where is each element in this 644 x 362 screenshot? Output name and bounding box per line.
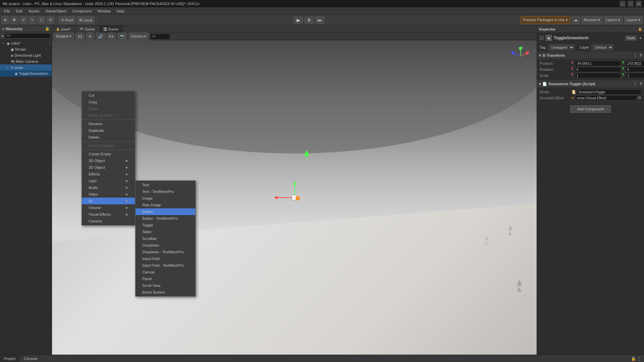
minimize-button[interactable]: —: [620, 1, 625, 6]
ui-scrollbar[interactable]: Scrollbar: [136, 235, 195, 242]
menu-gameobject[interactable]: GameObject: [43, 8, 69, 14]
tab-game[interactable]: 🎮 Game: [75, 25, 99, 33]
hierarchy-item-togglesnowstorm[interactable]: ◉ ToggleSnowstorm: [0, 70, 52, 76]
2d-toggle[interactable]: 2D: [75, 33, 85, 41]
account-button[interactable]: Account ▾: [581, 16, 602, 24]
script-component-header[interactable]: ▾ 📄 Snowstorm Toggle (Script) ⋮ ?: [537, 80, 644, 88]
ui-button-tmp[interactable]: Button - TextMeshPro: [136, 215, 195, 222]
pivot-button[interactable]: ⊙ Pivot: [59, 16, 76, 24]
ui-panel[interactable]: Panel: [136, 275, 195, 282]
layout-button[interactable]: Layout ▾: [624, 16, 643, 24]
gizmos-button[interactable]: Gizmos ▾: [129, 33, 149, 41]
hierarchy-item-main-camera[interactable]: 📷 Main Camera: [0, 58, 52, 64]
ctx-audio[interactable]: Audio ▶: [82, 184, 135, 191]
ctx-create-empty[interactable]: Create Empty: [82, 151, 135, 157]
menu-file[interactable]: File: [1, 8, 13, 14]
object-active-checkbox[interactable]: ✓: [540, 36, 544, 40]
transform-tool-0[interactable]: ⊕: [1, 16, 9, 24]
audio-toggle[interactable]: 🔊: [96, 33, 105, 41]
menu-assets[interactable]: Assets: [26, 8, 42, 14]
ctx-visual-effects[interactable]: Visual Effects ▶: [82, 211, 135, 218]
collab-button[interactable]: ☁: [572, 16, 580, 24]
ctx-delete[interactable]: Delete: [82, 134, 135, 141]
script-value-input[interactable]: [577, 89, 641, 95]
step-button[interactable]: ⏭: [315, 16, 325, 24]
ctx-duplicate[interactable]: Duplicate: [82, 127, 135, 134]
menu-component[interactable]: Component: [69, 8, 94, 14]
ctx-cut[interactable]: Cut: [82, 92, 135, 99]
layer-dropdown[interactable]: Default: [592, 44, 613, 50]
layers-button[interactable]: Layers ▾: [604, 16, 623, 24]
ctx-light[interactable]: Light ▶: [82, 177, 135, 184]
hierarchy-lock-icon[interactable]: 🔓: [45, 27, 50, 31]
close-button[interactable]: ✕: [636, 1, 641, 6]
menu-help[interactable]: Help: [114, 8, 127, 14]
transform-tool-1[interactable]: ✥: [10, 16, 18, 24]
hierarchy-item-menu-icon[interactable]: ⋮: [48, 41, 52, 46]
hierarchy-item-cviko[interactable]: ▾ ◉ cviko* ⋮: [0, 40, 52, 46]
preview-packages-button[interactable]: Preview Packages in Use ▾: [521, 16, 570, 24]
hierarchy-add-icon[interactable]: +: [1, 33, 4, 39]
ctx-copy[interactable]: Copy: [82, 99, 135, 105]
scene-camera-settings[interactable]: 📷: [117, 33, 127, 41]
bottom-lock-icon[interactable]: 🔓: [631, 356, 636, 361]
ctx-video[interactable]: Video ▶: [82, 191, 135, 198]
hierarchy-item-snow[interactable]: ▾ ✦ snow: [0, 64, 52, 70]
fx-toggle[interactable]: FX: [107, 33, 116, 41]
ctx-2d-object[interactable]: 2D Object ▶: [82, 164, 135, 171]
transform-tool-3[interactable]: ⤡: [29, 16, 36, 24]
ctx-ui[interactable]: UI ▶: [82, 198, 135, 204]
tab-scene[interactable]: 🖼 Scene: [99, 25, 123, 33]
position-y-input[interactable]: 243.9822: [626, 61, 644, 66]
tab-console[interactable]: Console: [20, 355, 42, 362]
ui-slider[interactable]: Slider: [136, 228, 195, 235]
bottom-menu-icon[interactable]: ⋮: [637, 356, 641, 361]
transform-tool-5[interactable]: ⟳: [47, 16, 54, 24]
snowfall-value-input[interactable]: [575, 95, 637, 101]
lighting-toggle[interactable]: ☀: [86, 33, 94, 41]
tag-dropdown[interactable]: Untagged: [548, 44, 575, 50]
transform-tool-2[interactable]: ↺: [19, 16, 27, 24]
ui-toggle[interactable]: Toggle: [136, 222, 195, 228]
add-component-button[interactable]: Add Component: [570, 105, 611, 113]
ui-scroll-view[interactable]: Scroll View: [136, 282, 195, 289]
ui-image[interactable]: Image: [136, 195, 195, 202]
rotation-y-input[interactable]: [626, 67, 644, 72]
tab-snow[interactable]: 🔒 snow*: [52, 25, 75, 33]
ui-raw-image[interactable]: Raw Image: [136, 202, 195, 208]
ctx-volume[interactable]: Volume ▶: [82, 204, 135, 211]
ui-input-field-tmp[interactable]: Input Field - TextMeshPro: [136, 262, 195, 269]
restore-button[interactable]: □: [628, 1, 633, 6]
ctx-3d-object[interactable]: 3D Object ▶: [82, 157, 135, 164]
ui-button[interactable]: Button: [136, 208, 195, 215]
ui-input-field[interactable]: Input Field: [136, 255, 195, 262]
scale-y-input[interactable]: [626, 73, 644, 78]
shaded-dropdown[interactable]: Shaded ▾: [53, 33, 74, 41]
inspector-lock-icon[interactable]: 🔓: [638, 27, 642, 31]
script-help-icon[interactable]: ?: [640, 82, 642, 86]
ctx-effects[interactable]: Effects ▶: [82, 171, 135, 177]
ui-dropdown[interactable]: Dropdown: [136, 242, 195, 249]
scale-x-input[interactable]: [575, 73, 621, 78]
rotation-x-input[interactable]: [575, 67, 621, 72]
menu-edit[interactable]: Edit: [13, 8, 25, 14]
transform-help-icon[interactable]: ?: [640, 53, 642, 57]
hierarchy-item-terrain[interactable]: ▣ Terrain: [0, 46, 52, 52]
transform-settings-icon[interactable]: ⋮: [633, 53, 637, 58]
ctx-camera[interactable]: Camera: [82, 218, 135, 224]
scene-search-input[interactable]: [150, 34, 170, 40]
local-button[interactable]: ⊞ Local: [77, 16, 94, 24]
hierarchy-search-input[interactable]: [5, 33, 51, 39]
ui-dropdown-tmp[interactable]: Dropdown - TextMeshPro: [136, 249, 195, 255]
transform-tool-4[interactable]: ◻: [38, 16, 45, 24]
menu-window[interactable]: Window: [95, 8, 113, 14]
position-x-input[interactable]: -94.06611: [575, 61, 621, 66]
static-dropdown-arrow[interactable]: ▾: [640, 36, 641, 40]
script-settings-icon[interactable]: ⋮: [633, 82, 637, 86]
play-button[interactable]: ▶: [294, 16, 303, 24]
tab-project[interactable]: Project: [0, 355, 20, 362]
scene-orientation-gizmo[interactable]: x y z: [507, 43, 534, 70]
pause-button[interactable]: ⏸: [304, 16, 314, 24]
ctx-rename[interactable]: Rename: [82, 120, 135, 127]
ui-text[interactable]: Text: [136, 182, 195, 188]
